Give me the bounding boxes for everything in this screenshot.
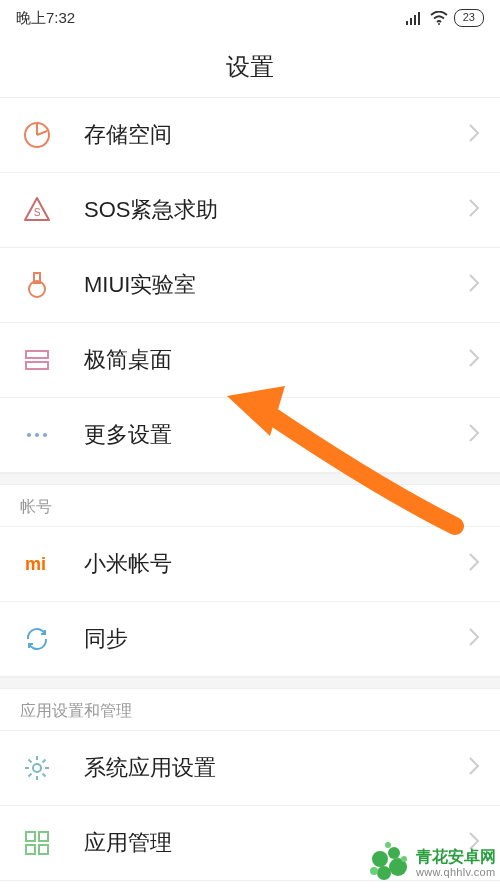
sos-icon: S xyxy=(20,193,54,227)
chevron-right-icon xyxy=(468,552,480,576)
settings-item-label: 存储空间 xyxy=(84,120,468,150)
svg-rect-2 xyxy=(414,15,416,25)
page-title: 设置 xyxy=(226,51,274,83)
svg-rect-0 xyxy=(406,21,408,25)
desktop-icon xyxy=(20,343,54,377)
mi-logo-icon: mi xyxy=(20,547,54,581)
svg-point-17 xyxy=(33,764,41,772)
settings-item-label: SOS紧急求助 xyxy=(84,195,468,225)
status-bar: 晚上7:32 23 xyxy=(0,0,500,36)
svg-point-13 xyxy=(27,433,31,437)
apps-list: 系统应用设置 应用管理 xyxy=(0,730,500,881)
svg-rect-28 xyxy=(26,845,35,854)
signal-icon xyxy=(406,11,424,25)
chevron-right-icon xyxy=(468,831,480,855)
chevron-right-icon xyxy=(468,123,480,147)
settings-item-miui-lab[interactable]: MIUI实验室 xyxy=(0,248,500,323)
settings-item-label: 小米帐号 xyxy=(84,549,468,579)
svg-rect-3 xyxy=(418,12,420,25)
settings-item-label: 同步 xyxy=(84,624,468,654)
settings-item-sync[interactable]: 同步 xyxy=(0,602,500,677)
section-divider xyxy=(0,473,500,485)
chevron-right-icon xyxy=(468,627,480,651)
settings-item-storage[interactable]: 存储空间 xyxy=(0,98,500,173)
section-header-apps: 应用设置和管理 xyxy=(0,689,500,730)
svg-line-7 xyxy=(37,131,47,135)
svg-point-14 xyxy=(35,433,39,437)
chevron-right-icon xyxy=(468,198,480,222)
settings-item-label: 极简桌面 xyxy=(84,345,468,375)
settings-item-label: 更多设置 xyxy=(84,420,468,450)
chevron-right-icon xyxy=(468,348,480,372)
chevron-right-icon xyxy=(468,273,480,297)
settings-item-mi-account[interactable]: mi 小米帐号 xyxy=(0,527,500,602)
settings-item-sos[interactable]: S SOS紧急求助 xyxy=(0,173,500,248)
svg-rect-27 xyxy=(39,832,48,841)
svg-line-24 xyxy=(43,760,46,763)
svg-rect-11 xyxy=(26,351,48,358)
svg-point-15 xyxy=(43,433,47,437)
gear-icon xyxy=(20,751,54,785)
apps-grid-icon xyxy=(20,826,54,860)
svg-text:S: S xyxy=(34,207,41,218)
settings-list: 存储空间 S SOS紧急求助 MIUI实验室 极简桌面 xyxy=(0,98,500,473)
svg-rect-12 xyxy=(26,362,48,369)
settings-item-app-manage[interactable]: 应用管理 xyxy=(0,806,500,881)
status-time: 晚上7:32 xyxy=(16,9,75,28)
svg-rect-26 xyxy=(26,832,35,841)
svg-line-25 xyxy=(29,774,32,777)
sync-icon xyxy=(20,622,54,656)
account-list: mi 小米帐号 同步 xyxy=(0,526,500,677)
battery-icon: 23 xyxy=(454,9,484,26)
settings-item-label: 应用管理 xyxy=(84,828,468,858)
chevron-right-icon xyxy=(468,423,480,447)
section-header-account: 帐号 xyxy=(0,485,500,526)
more-icon xyxy=(20,418,54,452)
flask-icon xyxy=(20,268,54,302)
settings-item-label: 系统应用设置 xyxy=(84,753,468,783)
chevron-right-icon xyxy=(468,756,480,780)
svg-point-4 xyxy=(438,23,440,25)
settings-item-label: MIUI实验室 xyxy=(84,270,468,300)
status-icons: 23 xyxy=(406,9,484,26)
svg-rect-29 xyxy=(39,845,48,854)
settings-item-more-settings[interactable]: 更多设置 xyxy=(0,398,500,473)
svg-line-22 xyxy=(29,760,32,763)
svg-text:mi: mi xyxy=(25,554,46,574)
storage-icon xyxy=(20,118,54,152)
wifi-icon xyxy=(430,11,448,25)
settings-item-simple-desktop[interactable]: 极简桌面 xyxy=(0,323,500,398)
page-header: 设置 xyxy=(0,36,500,98)
svg-line-23 xyxy=(43,774,46,777)
section-divider xyxy=(0,677,500,689)
svg-rect-1 xyxy=(410,18,412,25)
settings-item-system-app[interactable]: 系统应用设置 xyxy=(0,731,500,806)
